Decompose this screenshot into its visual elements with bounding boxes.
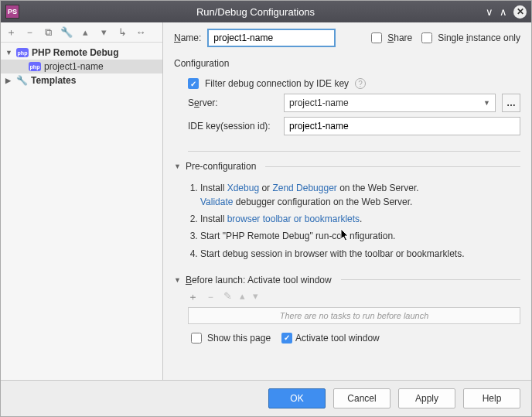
minimize-icon[interactable]: ∨ — [486, 6, 493, 18]
tasks-list: There are no tasks to run before launch — [188, 307, 520, 324]
preconfig-heading: Pre-configuration — [186, 161, 256, 172]
link-validate[interactable]: Validate — [200, 197, 233, 207]
close-icon[interactable]: ✕ — [513, 5, 527, 19]
server-row: Server: project1-name ▼ … — [188, 94, 520, 112]
name-input[interactable] — [207, 29, 336, 47]
dialog-window: PS Run/Debug Configurations ∨ ∧ ✕ ＋ － ⧉ … — [0, 0, 532, 417]
titlebar: PS Run/Debug Configurations ∨ ∧ ✕ — [1, 1, 531, 22]
divider — [265, 166, 520, 167]
remove-task-icon[interactable]: － — [206, 290, 216, 304]
show-page-input[interactable] — [191, 333, 202, 344]
dialog-footer: OK Cancel Apply Help — [1, 380, 531, 416]
down-icon[interactable]: ▾ — [98, 26, 109, 38]
ok-button[interactable]: OK — [268, 388, 326, 408]
tree-label: PHP Remote Debug — [32, 47, 118, 58]
text: Install — [200, 183, 227, 193]
activate-tool-label: Activate tool window — [295, 333, 380, 344]
up-task-icon[interactable]: ▴ — [240, 290, 245, 304]
step-4: Start debug session in browser with the … — [200, 247, 520, 261]
link-zend[interactable]: Zend Debugger — [272, 183, 336, 193]
config-tree: ▼ php PHP Remote Debug php project1-name… — [1, 43, 162, 91]
text: Install — [200, 214, 227, 224]
share-label: Share — [387, 32, 412, 43]
filter-label: Filter debug connection by IDE key — [205, 78, 349, 89]
text: on the Web Server. — [337, 183, 419, 193]
dialog-body: ＋ － ⧉ 🔧 ▴ ▾ ↳ ↔ ▼ php PHP Remote Debug p… — [1, 22, 531, 380]
name-row: Name: Share Single instance only — [174, 29, 520, 47]
preconfig-header[interactable]: ▼ Pre-configuration — [174, 161, 520, 172]
server-browse-button[interactable]: … — [502, 94, 520, 112]
tasks-toolbar: ＋ － ✎ ▴ ▾ — [174, 289, 520, 307]
window-controls: ∨ ∧ ✕ — [486, 5, 527, 19]
help-icon[interactable]: ? — [355, 78, 366, 89]
chevron-down-icon: ▼ — [5, 49, 13, 56]
activate-tool-checkbox[interactable]: ✓ Activate tool window — [281, 333, 380, 344]
wrench-icon[interactable]: 🔧 — [61, 26, 72, 38]
text: debugger configuration on the Web Server… — [233, 197, 412, 207]
text: or — [259, 183, 272, 193]
left-toolbar: ＋ － ⧉ 🔧 ▴ ▾ ↳ ↔ — [1, 22, 162, 43]
filter-row: ✓ Filter debug connection by IDE key ? — [188, 78, 520, 89]
server-value: project1-name — [289, 97, 349, 108]
folder-icon[interactable]: ↳ — [117, 26, 128, 38]
app-icon: PS — [5, 5, 19, 19]
add-task-icon[interactable]: ＋ — [188, 290, 198, 304]
maximize-icon[interactable]: ∧ — [500, 6, 507, 18]
link-xdebug[interactable]: Xdebug — [227, 183, 259, 193]
chevron-down-icon: ▼ — [483, 99, 490, 107]
ide-key-label: IDE key(session id): — [188, 121, 278, 132]
launch-checks: Show this page ✓ Activate tool window — [188, 330, 520, 346]
single-instance-label: Single instance only — [438, 32, 520, 43]
expand-icon[interactable]: ↔ — [135, 26, 146, 38]
right-panel: Name: Share Single instance only Configu… — [163, 22, 531, 380]
chevron-down-icon: ▼ — [174, 276, 181, 284]
left-panel: ＋ － ⧉ 🔧 ▴ ▾ ↳ ↔ ▼ php PHP Remote Debug p… — [1, 22, 163, 380]
help-button[interactable]: Help — [463, 388, 520, 408]
ide-key-row: IDE key(session id): — [188, 117, 520, 135]
link-browser-toolbar[interactable]: browser toolbar or bookmarklets — [227, 214, 360, 224]
tree-node-templates[interactable]: ▶ 🔧 Templates — [1, 73, 162, 87]
share-checkbox-input[interactable] — [371, 32, 382, 43]
apply-button[interactable]: Apply — [398, 388, 455, 408]
remove-icon[interactable]: － — [24, 26, 35, 39]
tree-node-php-remote-debug[interactable]: ▼ php PHP Remote Debug — [1, 46, 162, 60]
chevron-down-icon: ▼ — [174, 162, 181, 170]
cancel-button[interactable]: Cancel — [333, 388, 390, 408]
tree-node-project1[interactable]: php project1-name — [1, 60, 162, 73]
divider — [341, 279, 520, 280]
show-page-label: Show this page — [207, 333, 271, 344]
server-select[interactable]: project1-name ▼ — [284, 94, 496, 112]
text: . — [360, 214, 362, 224]
up-icon[interactable]: ▴ — [80, 26, 90, 38]
activate-tool-input[interactable]: ✓ — [281, 333, 292, 344]
before-launch-header[interactable]: ▼ Before launch: Activate tool window — [174, 275, 520, 285]
filter-checkbox[interactable]: ✓ — [188, 78, 199, 89]
tree-label: project1-name — [44, 61, 104, 72]
preconfig-steps: Install Xdebug or Zend Debugger on the W… — [200, 178, 520, 264]
php-icon: php — [29, 62, 41, 71]
mouse-cursor-icon — [340, 230, 351, 244]
edit-task-icon[interactable]: ✎ — [223, 290, 232, 304]
wrench-icon: 🔧 — [16, 75, 28, 86]
chevron-right-icon: ▶ — [5, 77, 13, 84]
single-instance-checkbox[interactable]: Single instance only — [418, 30, 520, 46]
window-title: Run/Debug Configurations — [26, 6, 486, 18]
down-task-icon[interactable]: ▾ — [253, 290, 258, 304]
ide-key-input[interactable] — [284, 117, 520, 135]
configuration-block: ✓ Filter debug connection by IDE key ? S… — [188, 73, 520, 152]
copy-icon[interactable]: ⧉ — [43, 26, 53, 39]
show-page-checkbox[interactable]: Show this page — [188, 330, 271, 346]
server-label: Server: — [188, 97, 278, 108]
step-3: Start "PHP Remote Debug" run-configurati… — [200, 229, 520, 244]
name-label: Name: — [174, 32, 201, 43]
before-launch-heading: Before launch: Activate tool window — [186, 275, 332, 285]
add-icon[interactable]: ＋ — [5, 26, 16, 39]
single-instance-input[interactable] — [421, 32, 432, 43]
share-checkbox[interactable]: Share — [368, 30, 412, 46]
step-2: Install browser toolbar or bookmarklets. — [200, 212, 520, 226]
configuration-heading: Configuration — [174, 58, 520, 69]
tree-label: Templates — [31, 75, 76, 86]
step-1: Install Xdebug or Zend Debugger on the W… — [200, 181, 520, 209]
php-icon: php — [16, 48, 29, 57]
